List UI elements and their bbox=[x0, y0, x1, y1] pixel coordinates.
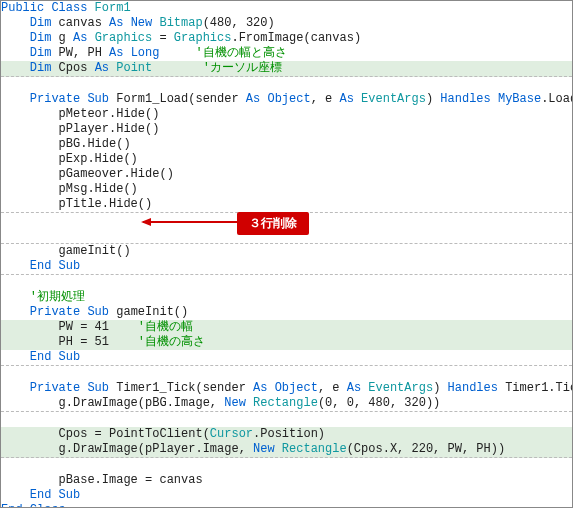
code-line: gameInit() bbox=[1, 244, 572, 259]
code-line: End Sub bbox=[1, 350, 572, 366]
code-line: g.DrawImage(pPlayer.Image, New Rectangle… bbox=[1, 442, 572, 458]
code-line: pBase.Image = canvas bbox=[1, 473, 572, 488]
code-line bbox=[1, 458, 572, 473]
code-line: Private Sub Timer1_Tick(sender As Object… bbox=[1, 381, 572, 396]
code-line bbox=[1, 366, 572, 381]
annotation-badge: ３行削除 bbox=[237, 212, 309, 235]
code-line: End Sub bbox=[1, 488, 572, 503]
code-line: Private Sub Form1_Load(sender As Object,… bbox=[1, 92, 572, 107]
code-line: pBG.Hide() bbox=[1, 137, 572, 152]
code-line: Dim canvas As New Bitmap(480, 320) bbox=[1, 16, 572, 31]
code-line bbox=[1, 412, 572, 427]
code-line: pTitle.Hide() bbox=[1, 197, 572, 213]
annotation-arrow bbox=[143, 221, 237, 223]
code-line: pGameover.Hide() bbox=[1, 167, 572, 182]
code-line: g.DrawImage(pBG.Image, New Rectangle(0, … bbox=[1, 396, 572, 412]
code-viewer: Public Class Form1 Dim canvas As New Bit… bbox=[0, 0, 573, 508]
code-line: Dim PW, PH As Long '自機の幅と高さ bbox=[1, 46, 572, 61]
code-line: pMeteor.Hide() bbox=[1, 107, 572, 122]
code-line: pMsg.Hide() bbox=[1, 182, 572, 197]
code-line: pExp.Hide() bbox=[1, 152, 572, 167]
code-line: '初期処理 bbox=[1, 290, 572, 305]
code-line: PH = 51 '自機の高さ bbox=[1, 335, 572, 350]
code-line: End Class bbox=[1, 503, 572, 508]
code-line bbox=[1, 77, 572, 92]
code-line: Dim Cpos As Point 'カーソル座標 bbox=[1, 61, 572, 77]
code-line: Cpos = PointToClient(Cursor.Position) bbox=[1, 427, 572, 442]
code-line bbox=[1, 275, 572, 290]
code-line: Dim g As Graphics = Graphics.FromImage(c… bbox=[1, 31, 572, 46]
code-line: pPlayer.Hide() bbox=[1, 122, 572, 137]
code-line: Private Sub gameInit() bbox=[1, 305, 572, 320]
code-line: Public Class Form1 bbox=[1, 1, 572, 16]
code-line: PW = 41 '自機の幅 bbox=[1, 320, 572, 335]
code-line: End Sub bbox=[1, 259, 572, 275]
